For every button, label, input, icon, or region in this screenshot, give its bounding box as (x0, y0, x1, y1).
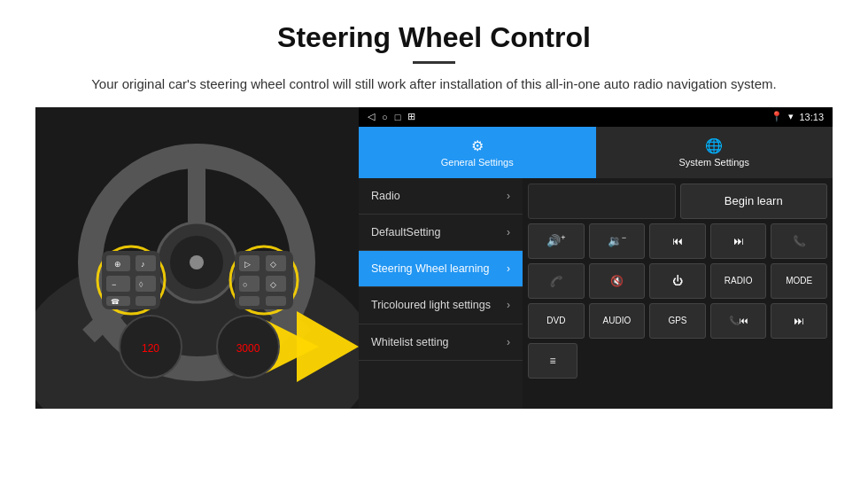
menu-item-tricoloured[interactable]: Tricoloured light settings › (359, 287, 523, 324)
recent-nav-icon[interactable]: □ (395, 112, 401, 122)
controls-row-1: Begin learn (528, 184, 827, 219)
svg-text:⊕: ⊕ (114, 260, 121, 269)
dvd-button[interactable]: DVD (528, 303, 585, 339)
tel-prev-icon: 📞⏮ (729, 316, 748, 325)
controls-row-4: DVD AUDIO GPS 📞⏮ ⏭ (528, 303, 827, 339)
mute-button[interactable]: 🔇 (589, 263, 646, 299)
svg-text:☎: ☎ (111, 298, 120, 306)
menu-item-radio[interactable]: Radio › (359, 178, 523, 215)
controls-row-5: ≡ (528, 343, 827, 379)
special-button[interactable]: ≡ (528, 343, 577, 379)
menu-item-default[interactable]: DefaultSetting › (359, 215, 523, 251)
phone-button[interactable]: 📞 (771, 223, 827, 259)
radio-mode-button[interactable]: RADIO (710, 263, 767, 299)
phone-icon: 📞 (793, 235, 806, 247)
menu-item-whitelist-label: Whitelist setting (371, 335, 449, 349)
home-nav-icon[interactable]: ○ (382, 112, 388, 122)
dvd-label: DVD (546, 316, 565, 325)
svg-text:◇: ◇ (270, 260, 276, 269)
next-track-button[interactable]: ⏭ (710, 223, 767, 259)
special-icon: ≡ (549, 355, 555, 367)
svg-rect-13 (106, 276, 130, 292)
gps-label: GPS (668, 316, 686, 325)
menu-list: Radio › DefaultSetting › Steering Wheel … (359, 178, 523, 409)
svg-rect-29 (266, 296, 286, 306)
svg-text:120: 120 (142, 342, 159, 355)
next-track-icon: ⏭ (733, 235, 744, 247)
subtitle: Your original car's steering wheel contr… (71, 74, 797, 95)
tab-system-settings[interactable]: 🌐 System Settings (596, 127, 833, 178)
svg-point-5 (190, 255, 204, 270)
svg-text:○: ○ (243, 280, 247, 289)
menu-item-steering-label: Steering Wheel learning (371, 262, 489, 276)
skip-next-icon: ⏭ (794, 315, 804, 327)
mute-icon: 🔇 (610, 275, 624, 287)
controls-row-2: 🔊+ 🔉− ⏮ ⏭ 📞 (528, 223, 827, 259)
menu-arrow-steering: › (507, 262, 510, 275)
begin-learn-label: Begin learn (725, 194, 783, 207)
svg-text:3000: 3000 (236, 342, 260, 355)
svg-text:−: − (112, 280, 116, 289)
skip-next-button[interactable]: ⏭ (771, 303, 827, 339)
title-section: Steering Wheel Control Your original car… (35, 21, 833, 95)
general-settings-icon: ⚙ (471, 137, 484, 154)
answer-call-button[interactable]: 📞 (528, 263, 585, 299)
time-display: 13:13 (799, 112, 824, 122)
head-unit: ◁ ○ □ ⊞ 📍 ▾ 13:13 ⚙ General Settings (359, 107, 833, 409)
audio-label: AUDIO (603, 316, 632, 325)
controls-row-3: 📞 🔇 ⏻ RADIO MODE (528, 263, 827, 299)
menu-item-radio-label: Radio (371, 189, 400, 203)
prev-track-icon: ⏮ (672, 235, 683, 247)
menu-arrow-radio: › (507, 190, 510, 202)
content-area: ⊕ ♪ − ◊ ☎ ▷ ◇ ○ ◇ (35, 107, 833, 409)
vol-up-button[interactable]: 🔊+ (528, 223, 585, 259)
tab-general-settings[interactable]: ⚙ General Settings (359, 127, 596, 178)
mode-label: MODE (786, 276, 812, 285)
svg-text:▷: ▷ (244, 260, 251, 269)
svg-rect-16 (136, 296, 156, 306)
answer-icon: 📞 (550, 274, 562, 287)
menu-item-steering[interactable]: Steering Wheel learning › (359, 251, 523, 287)
vol-up-icon: 🔊+ (546, 233, 565, 247)
steering-wheel-image: ⊕ ♪ − ◊ ☎ ▷ ◇ ○ ◇ (35, 107, 359, 409)
vol-down-icon: 🔉− (608, 233, 626, 247)
tab-system-label: System Settings (679, 157, 749, 168)
menu-item-whitelist[interactable]: Whitelist setting › (359, 324, 523, 361)
svg-rect-28 (239, 296, 260, 306)
status-bar-nav-icons: ◁ ○ □ ⊞ (368, 111, 415, 122)
status-bar: ◁ ○ □ ⊞ 📍 ▾ 13:13 (359, 107, 833, 127)
begin-learn-button[interactable]: Begin learn (680, 184, 828, 219)
title-divider (413, 61, 455, 64)
menu-item-tricoloured-label: Tricoloured light settings (371, 298, 491, 312)
system-settings-icon: 🌐 (705, 137, 723, 154)
svg-text:◊: ◊ (139, 280, 143, 289)
svg-text:♪: ♪ (141, 260, 145, 269)
page-title: Steering Wheel Control (35, 21, 833, 54)
prev-track-button[interactable]: ⏮ (649, 223, 706, 259)
location-icon: 📍 (771, 111, 783, 122)
vol-down-button[interactable]: 🔉− (589, 223, 646, 259)
power-icon: ⏻ (672, 275, 683, 287)
tabs-container: ⚙ General Settings 🌐 System Settings (359, 127, 833, 178)
menu-arrow-tricoloured: › (507, 299, 510, 311)
audio-button[interactable]: AUDIO (589, 303, 646, 339)
menu-item-default-label: DefaultSetting (371, 225, 441, 239)
svg-rect-12 (136, 255, 156, 271)
svg-text:◇: ◇ (270, 280, 276, 289)
menu-arrow-default: › (507, 226, 510, 238)
power-button[interactable]: ⏻ (649, 263, 706, 299)
tel-prev-button[interactable]: 📞⏮ (710, 303, 767, 339)
gps-button[interactable]: GPS (649, 303, 706, 339)
menu-arrow-whitelist: › (507, 336, 510, 348)
status-bar-right-icons: 📍 ▾ 13:13 (771, 111, 824, 122)
mode-button[interactable]: MODE (771, 263, 827, 299)
tab-general-label: General Settings (441, 157, 514, 168)
back-nav-icon[interactable]: ◁ (368, 111, 375, 122)
menu-nav-icon[interactable]: ⊞ (407, 111, 415, 122)
controls-panel: Begin learn 🔊+ 🔉− ⏮ (523, 178, 833, 409)
signal-icon: ▾ (788, 111, 794, 122)
page-wrapper: Steering Wheel Control Your original car… (0, 0, 868, 423)
main-panel: Radio › DefaultSetting › Steering Wheel … (359, 178, 833, 409)
radio-label: RADIO (725, 276, 753, 285)
empty-slot-1 (528, 184, 676, 219)
